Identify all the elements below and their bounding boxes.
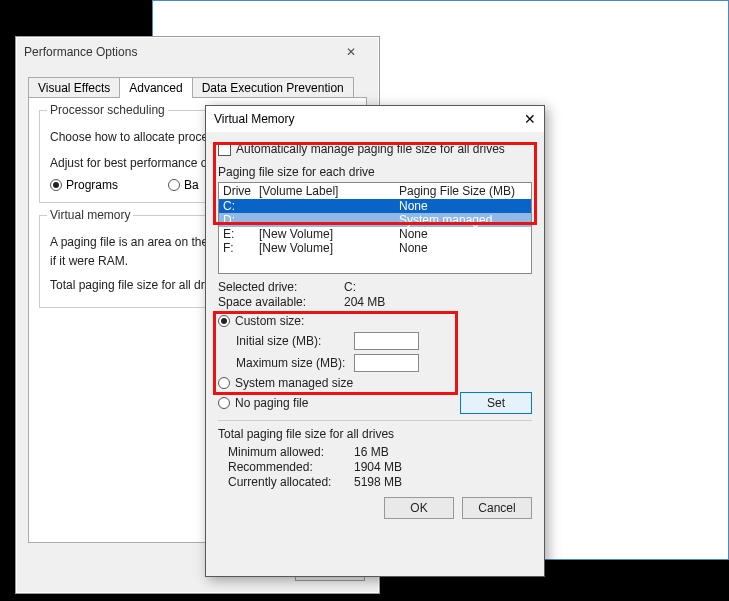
vm-cancel-button[interactable]: Cancel [462, 497, 532, 519]
set-button[interactable]: Set [460, 392, 532, 414]
radio-icon [218, 397, 230, 409]
custom-size-label: Custom size: [235, 314, 304, 328]
total-title: Total paging file size for all drives [218, 427, 532, 441]
radio-icon [218, 377, 230, 389]
radio-programs-label: Programs [66, 178, 118, 192]
tab-advanced[interactable]: Advanced [119, 77, 192, 98]
vm-title-text: Virtual Memory [214, 112, 294, 126]
no-paging-label: No paging file [235, 396, 308, 410]
currently-allocated-value: 5198 MB [354, 475, 402, 489]
maximum-size-input[interactable] [354, 354, 419, 372]
drive-list-header: Drive [Volume Label] Paging File Size (M… [219, 183, 531, 199]
col-drive: Drive [223, 184, 259, 198]
selected-drive-value: C: [344, 280, 356, 294]
min-allowed-value: 16 MB [354, 445, 389, 459]
drive-row-c[interactable]: C: None [219, 199, 531, 213]
recommended-value: 1904 MB [354, 460, 402, 474]
auto-manage-checkbox[interactable]: Automatically manage paging file size fo… [218, 142, 505, 156]
perf-close-button[interactable]: ✕ [331, 45, 371, 59]
virtual-memory-dialog: Virtual Memory ✕ Automatically manage pa… [205, 105, 545, 577]
initial-size-label: Initial size (MB): [236, 334, 346, 348]
drive-row-e[interactable]: E: [New Volume] None [219, 227, 531, 241]
radio-icon [218, 315, 230, 327]
radio-background[interactable]: Ba [168, 178, 199, 192]
space-available-value: 204 MB [344, 295, 385, 309]
perf-titlebar: Performance Options ✕ [16, 37, 379, 67]
col-volume: [Volume Label] [259, 184, 399, 198]
virtual-memory-legend: Virtual memory [47, 208, 133, 222]
initial-size-input[interactable] [354, 332, 419, 350]
processor-scheduling-legend: Processor scheduling [47, 103, 168, 117]
vm-titlebar: Virtual Memory ✕ [206, 106, 544, 132]
selected-drive-label: Selected drive: [218, 280, 344, 294]
perf-tabs: Visual Effects Advanced Data Execution P… [28, 77, 367, 98]
drive-row-f[interactable]: F: [New Volume] None [219, 241, 531, 255]
radio-no-paging[interactable]: No paging file [218, 396, 308, 410]
currently-allocated-label: Currently allocated: [228, 475, 354, 489]
perf-title-text: Performance Options [24, 45, 137, 59]
drive-list[interactable]: Drive [Volume Label] Paging File Size (M… [218, 182, 532, 274]
tab-dep[interactable]: Data Execution Prevention [192, 77, 354, 98]
radio-custom-size[interactable]: Custom size: [218, 314, 304, 328]
vm-close-button[interactable]: ✕ [524, 112, 536, 126]
drive-row-d[interactable]: D: System managed [219, 213, 531, 227]
radio-system-managed[interactable]: System managed size [218, 376, 353, 390]
tab-visual-effects[interactable]: Visual Effects [28, 77, 120, 98]
recommended-label: Recommended: [228, 460, 354, 474]
radio-programs[interactable]: Programs [50, 178, 118, 192]
space-available-label: Space available: [218, 295, 344, 309]
col-pagingfile: Paging File Size (MB) [399, 184, 527, 198]
radio-background-label: Ba [184, 178, 199, 192]
auto-manage-label: Automatically manage paging file size fo… [236, 142, 505, 156]
maximum-size-label: Maximum size (MB): [236, 356, 346, 370]
checkbox-icon [218, 143, 231, 156]
vm-ok-button[interactable]: OK [384, 497, 454, 519]
system-managed-label: System managed size [235, 376, 353, 390]
min-allowed-label: Minimum allowed: [228, 445, 354, 459]
drives-group-label: Paging file size for each drive [218, 165, 532, 179]
